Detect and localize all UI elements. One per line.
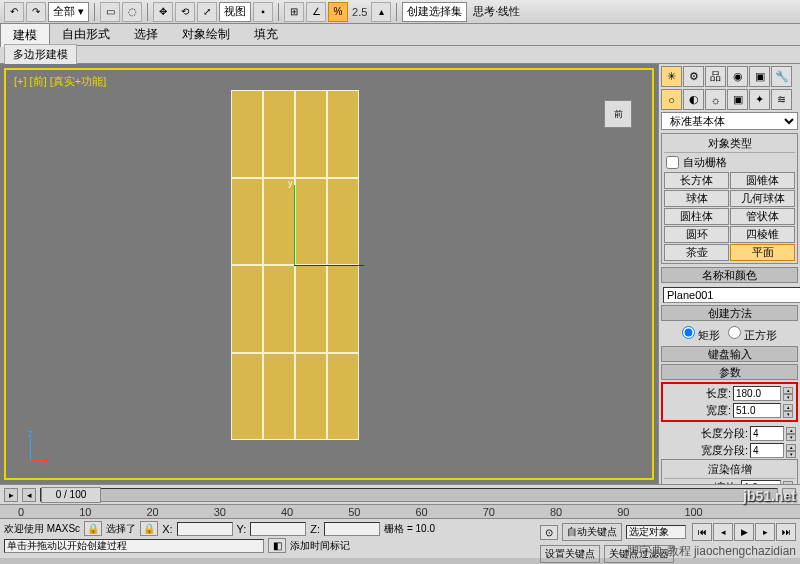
ref-coord-dropdown[interactable]: 视图 — [219, 2, 251, 22]
autogrid-checkbox[interactable] — [666, 156, 679, 169]
wsegs-up-icon[interactable]: ▴ — [786, 444, 796, 451]
link-dropdown[interactable]: 全部 ▾ — [48, 2, 89, 22]
x-input[interactable] — [177, 522, 233, 536]
motion-tab-icon[interactable]: ◉ — [727, 66, 748, 87]
y-input[interactable] — [250, 522, 306, 536]
key-icon[interactable]: ⊙ — [540, 525, 558, 540]
next-frame-icon[interactable]: ▸ — [755, 523, 775, 541]
prev-frame-icon[interactable]: ◂ — [713, 523, 733, 541]
create-tab-icon[interactable]: ✳ — [661, 66, 682, 87]
geometry-icon[interactable]: ○ — [661, 89, 682, 110]
menu-freeform[interactable]: 自由形式 — [50, 23, 122, 46]
angle-snap-icon[interactable]: ∠ — [306, 2, 326, 22]
lights-icon[interactable]: ☼ — [705, 89, 726, 110]
object-name-input[interactable] — [663, 287, 800, 303]
time-prev-icon[interactable]: ▸ — [4, 488, 18, 502]
helpers-icon[interactable]: ✦ — [749, 89, 770, 110]
marker-icon[interactable]: ◧ — [268, 538, 286, 553]
keyboard-rollout[interactable]: 键盘输入 — [661, 346, 798, 362]
snap-icon[interactable]: ⊞ — [284, 2, 304, 22]
systems-icon[interactable]: ≋ — [771, 89, 792, 110]
prim-teapot[interactable]: 茶壶 — [664, 244, 729, 261]
width-spinner[interactable] — [733, 403, 781, 418]
lock2-icon[interactable]: 🔒 — [140, 521, 158, 536]
time-slider[interactable]: 0 / 100 — [40, 488, 778, 502]
gizmo-x-axis[interactable] — [294, 265, 364, 266]
pivot-icon[interactable]: ▪ — [253, 2, 273, 22]
lock-icon[interactable]: 🔒 — [84, 521, 102, 536]
menu-modeling[interactable]: 建模 — [0, 23, 50, 47]
play-icon[interactable]: ▶ — [734, 523, 754, 541]
width-up-icon[interactable]: ▴ — [783, 404, 793, 411]
command-panel: ✳ ⚙ 品 ◉ ▣ 🔧 ○ ◐ ☼ ▣ ✦ ≋ 标准基本体 对象类型 自动栅格 … — [658, 64, 800, 484]
name-color-rollout[interactable]: 名称和颜色 — [661, 267, 798, 283]
viewport-front[interactable]: [+] [前] [真实+功能] 前 y z x — [4, 68, 654, 480]
shapes-icon[interactable]: ◐ — [683, 89, 704, 110]
radio-square[interactable]: 正方形 — [728, 326, 777, 343]
length-up-icon[interactable]: ▴ — [783, 387, 793, 394]
lsegs-down-icon[interactable]: ▾ — [786, 434, 796, 441]
selected-label: 选择了 — [106, 522, 136, 536]
rotate-icon[interactable]: ⟲ — [175, 2, 195, 22]
prim-geosphere[interactable]: 几何球体 — [730, 190, 795, 207]
gizmo-y-axis[interactable] — [294, 185, 295, 265]
undo-icon[interactable]: ↶ — [4, 2, 24, 22]
prim-sphere[interactable]: 球体 — [664, 190, 729, 207]
prim-box[interactable]: 长方体 — [664, 172, 729, 189]
menu-select[interactable]: 选择 — [122, 23, 170, 46]
menu-objectpaint[interactable]: 对象绘制 — [170, 23, 242, 46]
prim-torus[interactable]: 圆环 — [664, 226, 729, 243]
scale-icon[interactable]: ⤢ — [197, 2, 217, 22]
redo-icon[interactable]: ↷ — [26, 2, 46, 22]
z-input[interactable] — [324, 522, 380, 536]
wsegs-spinner[interactable] — [750, 443, 784, 458]
goto-end-icon[interactable]: ⏭ — [776, 523, 796, 541]
lsegs-up-icon[interactable]: ▴ — [786, 427, 796, 434]
move-icon[interactable]: ✥ — [153, 2, 173, 22]
scale-spinner[interactable] — [741, 480, 781, 484]
prim-plane[interactable]: 平面 — [730, 244, 795, 261]
setkey-button[interactable]: 设置关键点 — [540, 545, 600, 563]
prim-cone[interactable]: 圆锥体 — [730, 172, 795, 189]
named-sel-dropdown[interactable]: 创建选择集 — [402, 2, 467, 22]
prim-cylinder[interactable]: 圆柱体 — [664, 208, 729, 225]
scale-up-icon[interactable]: ▴ — [783, 481, 793, 485]
select-icon[interactable]: ▭ — [100, 2, 120, 22]
wsegs-down-icon[interactable]: ▾ — [786, 451, 796, 458]
length-spinner[interactable] — [733, 386, 781, 401]
time-ruler[interactable]: 0102030405060708090100 — [0, 504, 800, 518]
viewport-label[interactable]: [+] [前] [真实+功能] — [14, 74, 106, 89]
autokey-button[interactable]: 自动关键点 — [562, 523, 622, 541]
hierarchy-tab-icon[interactable]: 品 — [705, 66, 726, 87]
display-tab-icon[interactable]: ▣ — [749, 66, 770, 87]
percent-snap-icon[interactable]: % — [328, 2, 348, 22]
search-field[interactable]: 思考·线性 — [469, 2, 796, 22]
render-mult-title: 渲染倍增 — [664, 462, 795, 479]
select-region-icon[interactable]: ◌ — [122, 2, 142, 22]
spinner-up-icon[interactable]: ▴ — [371, 2, 391, 22]
watermark-secondary: 脚字典 教程 jiaochengchazidian — [627, 543, 796, 560]
prim-tube[interactable]: 管状体 — [730, 208, 795, 225]
length-down-icon[interactable]: ▾ — [783, 394, 793, 401]
params-rollout[interactable]: 参数 — [661, 364, 798, 380]
time-thumb[interactable]: 0 / 100 — [41, 487, 101, 503]
object-type-title: 对象类型 — [664, 136, 795, 153]
lsegs-spinner[interactable] — [750, 426, 784, 441]
category-dropdown[interactable]: 标准基本体 — [661, 112, 798, 130]
create-method-rollout[interactable]: 创建方法 — [661, 305, 798, 321]
time-prev2-icon[interactable]: ◂ — [22, 488, 36, 502]
menu-populate[interactable]: 填充 — [242, 23, 290, 46]
viewcube[interactable]: 前 — [604, 100, 632, 128]
cameras-icon[interactable]: ▣ — [727, 89, 748, 110]
goto-start-icon[interactable]: ⏮ — [692, 523, 712, 541]
welcome-label: 欢迎使用 MAXSc — [4, 522, 80, 536]
length-width-group: 长度: ▴▾ 宽度: ▴▾ — [661, 382, 798, 422]
radio-rect[interactable]: 矩形 — [682, 326, 720, 343]
modify-tab-icon[interactable]: ⚙ — [683, 66, 704, 87]
add-marker-label[interactable]: 添加时间标记 — [290, 539, 350, 553]
sel-obj-dropdown[interactable]: 选定对象 — [626, 525, 686, 539]
poly-modeling-button[interactable]: 多边形建模 — [4, 44, 77, 65]
width-down-icon[interactable]: ▾ — [783, 411, 793, 418]
utilities-tab-icon[interactable]: 🔧 — [771, 66, 792, 87]
prim-pyramid[interactable]: 四棱锥 — [730, 226, 795, 243]
